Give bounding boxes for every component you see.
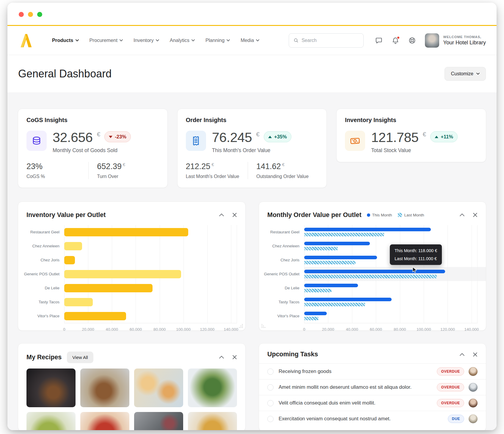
task-checkbox[interactable]	[267, 400, 274, 406]
task-row[interactable]: Amet minim mollit non deserunt ullamco e…	[259, 379, 486, 395]
insight-subtitle: Total Stock Value	[371, 147, 458, 154]
x-axis-tick: 100.000	[176, 327, 191, 332]
close-icon[interactable]	[232, 213, 237, 217]
nav-item-analytics[interactable]: Analytics	[170, 38, 195, 43]
nav-item-procurement[interactable]: Procurement	[90, 38, 123, 43]
stat-value: 141.62 €	[256, 162, 318, 171]
minimize-window-button[interactable]	[28, 12, 33, 17]
notification-dot	[397, 36, 400, 39]
collapse-icon[interactable]	[460, 352, 464, 357]
search-input[interactable]	[302, 38, 359, 43]
chart-row	[304, 281, 478, 295]
task-row[interactable]: Receiving frozen goodsOVERDUE	[259, 363, 486, 379]
bar-this-month-3[interactable]	[304, 270, 445, 273]
bar-restaurant-geel[interactable]	[64, 228, 188, 236]
task-row[interactable]: Exercitation veniam consequat sunt nostr…	[259, 411, 486, 427]
bar-this-month-1[interactable]	[304, 242, 370, 245]
view-all-button[interactable]: View All	[67, 352, 93, 363]
recipe-photo-dinner-table[interactable]	[134, 412, 183, 430]
recipe-photo-grilled-meat[interactable]	[80, 369, 129, 407]
task-label: Exercitation veniam consequat sunt nostr…	[279, 416, 391, 422]
close-window-button[interactable]	[19, 12, 24, 17]
bar-this-month-0[interactable]	[304, 228, 431, 231]
nav-item-planning[interactable]: Planning	[205, 38, 230, 43]
bar-last-month-5[interactable]	[304, 303, 365, 306]
bar-last-month-1[interactable]	[304, 247, 338, 250]
customize-button[interactable]: Customize	[445, 67, 486, 81]
bar-de-lelie[interactable]	[64, 284, 153, 292]
task-checkbox[interactable]	[267, 369, 274, 375]
legend-item-last-month[interactable]: Last Month	[398, 213, 424, 217]
category-label: Vitor's Place	[267, 309, 304, 323]
insight-main: 121.785€+11%Total Stock Value	[345, 131, 478, 154]
bar-last-month-2[interactable]	[304, 261, 356, 264]
nav-item-label: Inventory	[134, 38, 154, 43]
stat-value: 652.39 €	[97, 162, 159, 171]
insight-card-3: Inventory Insights121.785€+11%Total Stoc…	[336, 109, 486, 162]
zoom-window-button[interactable]	[37, 12, 42, 17]
task-checkbox[interactable]	[267, 384, 274, 391]
currency-symbol: €	[97, 131, 101, 138]
chevron-down-icon	[156, 39, 159, 41]
x-axis-tick: 140.000	[224, 327, 238, 332]
task-row[interactable]: Velit officia consequat duis enim velit …	[259, 395, 486, 411]
app-logo[interactable]	[18, 33, 34, 48]
resize-grip[interactable]	[238, 324, 243, 328]
recipe-photo-tomato-soup[interactable]	[80, 412, 129, 430]
bar-this-month-6[interactable]	[304, 312, 327, 315]
nav-item-media[interactable]: Media	[241, 38, 259, 43]
bar-chez-anneleen[interactable]	[64, 242, 82, 250]
recipe-photo-salad-bowl[interactable]	[188, 369, 237, 407]
legend-item-this-month[interactable]: This Month	[367, 213, 392, 217]
category-label: Vitor's Place	[26, 309, 64, 323]
category-label: Tasty Tacos	[267, 295, 304, 309]
bar-last-month-3[interactable]	[304, 275, 437, 278]
x-axis: 020.00040.00060.00080.000100.000120.0001…	[304, 325, 478, 333]
recipe-photo-burger[interactable]	[26, 369, 76, 407]
nav-item-label: Planning	[205, 38, 224, 43]
task-list: Receiving frozen goodsOVERDUEAmet minim …	[259, 363, 486, 427]
x-axis-tick: 0	[63, 327, 65, 332]
nav-item-products[interactable]: Products	[52, 38, 79, 43]
task-label: Amet minim mollit non deserunt ullamco e…	[279, 384, 412, 390]
task-checkbox[interactable]	[267, 416, 274, 422]
triangle-up-icon	[268, 136, 272, 138]
my-recipes-card: My Recipes View All	[18, 343, 246, 430]
bar-last-month-0[interactable]	[304, 233, 384, 236]
category-label: Restaurant Geel	[26, 225, 64, 239]
user-profile[interactable]: WELCOME THOMAS, Your Hotel Library	[425, 33, 486, 48]
bar-vitor-s-place[interactable]	[64, 312, 126, 320]
bar-generic-pos-outlet[interactable]	[64, 270, 181, 278]
bell-icon[interactable]	[392, 37, 399, 44]
bar-this-month-4[interactable]	[304, 284, 358, 287]
close-icon[interactable]	[473, 213, 478, 217]
nav-item-inventory[interactable]: Inventory	[134, 38, 159, 43]
welcome-name: Your Hotel Library	[443, 40, 486, 46]
collapse-icon[interactable]	[219, 213, 224, 217]
bar-last-month-6[interactable]	[304, 317, 318, 320]
resize-grip[interactable]	[261, 324, 266, 328]
close-icon[interactable]	[473, 352, 478, 357]
recipes-header: My Recipes View All	[26, 351, 237, 364]
close-icon[interactable]	[232, 355, 237, 360]
bar-this-month-5[interactable]	[304, 298, 392, 301]
stat-label: CoGS %	[26, 174, 88, 179]
category-label: Chez Joris	[267, 253, 304, 267]
trend-badge-label: -23%	[115, 134, 126, 140]
bar-tasty-tacos[interactable]	[64, 298, 93, 306]
collapse-icon[interactable]	[460, 213, 464, 217]
recipe-photo-pasta-plate[interactable]	[188, 412, 237, 430]
bar-this-month-2[interactable]	[304, 256, 377, 259]
stat: 141.62 €Outstanding Order Value	[248, 162, 318, 179]
chat-icon[interactable]	[375, 37, 383, 44]
insight-value: 121.785	[371, 131, 418, 144]
collapse-icon[interactable]	[219, 355, 224, 360]
recipe-photo-breakfast-spread[interactable]	[134, 369, 183, 407]
bar-last-month-4[interactable]	[304, 289, 332, 292]
recipe-photo-pesto-pasta[interactable]	[26, 412, 76, 430]
bar-chez-joris[interactable]	[64, 256, 75, 264]
task-status-badge: OVERDUE	[437, 399, 464, 407]
chevron-down-icon	[227, 39, 230, 41]
search-box[interactable]	[289, 33, 364, 48]
help-icon[interactable]	[408, 37, 416, 44]
